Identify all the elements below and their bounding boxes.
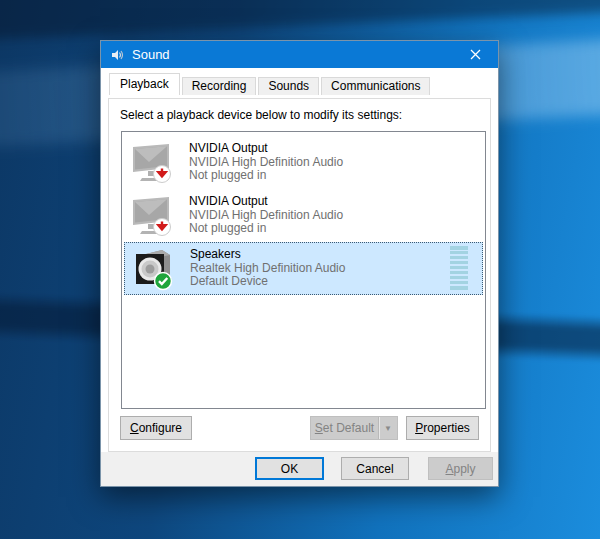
tab-communications-label: Communications [331,79,420,93]
set-default-button-label: Set Default [311,421,378,435]
monitor-icon [129,140,175,186]
tab-playback[interactable]: Playback [109,73,180,95]
tab-strip: Playback Recording Sounds Communications [109,77,432,95]
set-default-dropdown-arrow-icon[interactable]: ▼ [378,417,397,439]
close-button[interactable] [453,41,498,68]
tab-sounds-label: Sounds [268,79,309,93]
tab-playback-label: Playback [120,77,169,91]
speaker-icon [130,246,176,292]
device-status: Not plugged in [189,222,343,236]
sound-dialog: Sound Playback Recording Sounds Communic… [100,40,499,487]
set-default-button[interactable]: Set Default ▼ [310,416,398,440]
playback-device-list[interactable]: NVIDIA Output NVIDIA High Definition Aud… [121,131,486,409]
device-description: Realtek High Definition Audio [190,262,345,276]
properties-button[interactable]: Properties [406,416,479,440]
device-description: NVIDIA High Definition Audio [189,209,343,223]
window-title: Sound [132,47,170,62]
apply-button-label: A [445,462,453,476]
desktop-wallpaper: Sound Playback Recording Sounds Communic… [0,0,600,539]
properties-button-label: P [415,421,423,435]
speaker-icon [110,48,124,62]
tab-recording[interactable]: Recording [182,77,257,95]
device-description: NVIDIA High Definition Audio [189,156,343,170]
device-name: Speakers [190,248,345,262]
device-status: Default Device [190,275,345,289]
tab-sounds[interactable]: Sounds [258,77,319,95]
apply-button[interactable]: Apply [428,457,493,480]
configure-button-label: C [130,421,139,435]
device-row-nvidia-2[interactable]: NVIDIA Output NVIDIA High Definition Aud… [124,189,483,242]
device-row-nvidia-1[interactable]: NVIDIA Output NVIDIA High Definition Aud… [124,136,483,189]
volume-level-meter [450,246,468,291]
dialog-footer: OK Cancel Apply [101,452,498,486]
tab-recording-label: Recording [192,79,247,93]
monitor-icon [129,193,175,239]
device-name: NVIDIA Output [189,195,343,209]
device-status: Not plugged in [189,169,343,183]
ok-button[interactable]: OK [255,457,324,480]
device-name: NVIDIA Output [189,142,343,156]
titlebar[interactable]: Sound [101,41,498,68]
instruction-text: Select a playback device below to modify… [120,108,402,122]
configure-button[interactable]: Configure [120,416,192,440]
cancel-button[interactable]: Cancel [341,457,409,480]
playback-tab-page: Select a playback device below to modify… [108,98,491,452]
tab-communications[interactable]: Communications [321,77,430,95]
wallpaper-top-shade [0,0,600,42]
device-row-speakers[interactable]: Speakers Realtek High Definition Audio D… [124,242,483,295]
